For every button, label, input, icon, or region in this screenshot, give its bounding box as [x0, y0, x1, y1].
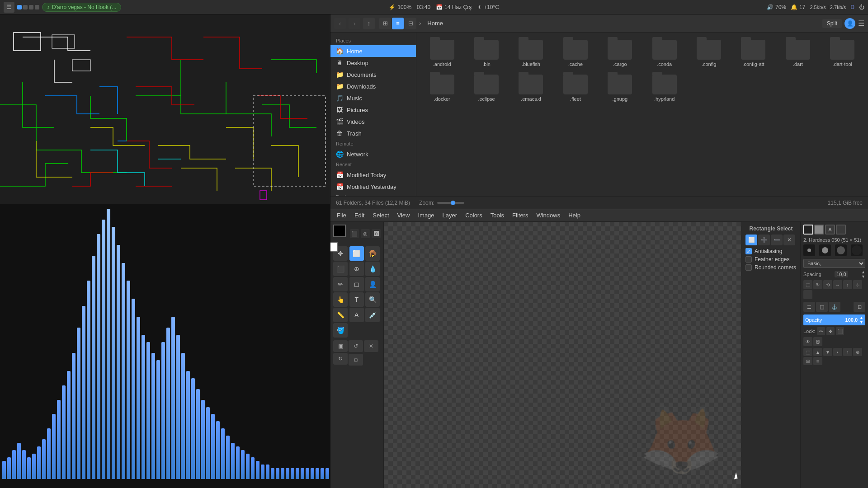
folder-config-att[interactable]: .config-att: [732, 37, 774, 70]
intersect-mode-button[interactable]: ✕: [783, 235, 795, 245]
brush-1[interactable]: [803, 244, 815, 256]
add-mode-button[interactable]: ➕: [758, 235, 770, 245]
bottom-4[interactable]: ‹: [833, 348, 842, 356]
zoom-tool[interactable]: 🔍: [365, 292, 380, 307]
color-picker[interactable]: 💉: [365, 308, 380, 322]
folder-gnupg[interactable]: .gnupg: [599, 72, 641, 104]
zoom-slider[interactable]: [437, 202, 464, 204]
menu-item-layer[interactable]: Layer: [439, 211, 461, 220]
lock-pixels-btn[interactable]: ✏: [817, 327, 825, 335]
background-tab[interactable]: [814, 225, 824, 235]
menu-item-windows[interactable]: Windows: [533, 211, 564, 220]
paths-panel-btn[interactable]: ⚓: [829, 302, 840, 312]
folder-docker[interactable]: .docker: [421, 72, 463, 104]
smudge-tool[interactable]: 👆: [333, 292, 348, 307]
layer-corner-btn[interactable]: ⊡: [854, 302, 865, 312]
feather-edges-checkbox[interactable]: [745, 256, 752, 263]
sidebar-item-documents[interactable]: 📁 Documents: [330, 69, 416, 80]
bottom-5[interactable]: ›: [843, 348, 852, 356]
notifications-display[interactable]: 🔔 17: [791, 4, 805, 10]
menu-item-edit[interactable]: Edit: [351, 211, 368, 220]
back-button[interactable]: ‹: [334, 18, 346, 29]
paths-button[interactable]: 🅰: [372, 229, 381, 238]
folder-bluefish[interactable]: .bluefish: [510, 37, 552, 70]
spacing-up[interactable]: ▲: [861, 270, 865, 274]
small-btn[interactable]: ⊡: [349, 354, 363, 366]
transform-6[interactable]: ⊹: [853, 280, 862, 289]
menu-item-filters[interactable]: Filters: [509, 211, 532, 220]
rectangle-select-tool[interactable]: ⬜: [349, 246, 364, 261]
menu-item-image[interactable]: Image: [414, 211, 438, 220]
sidebar-item-home[interactable]: 🏠 Home: [330, 45, 416, 57]
bottom-6[interactable]: ⊕: [853, 348, 862, 356]
transform-5[interactable]: ↕: [843, 280, 852, 289]
brush-3[interactable]: [835, 244, 847, 256]
folder-cache[interactable]: .cache: [554, 37, 596, 70]
sidebar-item-videos[interactable]: 🎬 Videos: [330, 116, 416, 127]
sidebar-item-downloads[interactable]: 📁 Downloads: [330, 80, 416, 92]
menu-item-file[interactable]: File: [333, 211, 350, 220]
sidebar-item-modified-today[interactable]: 📅 Modified Today: [330, 169, 416, 181]
extra-tab[interactable]: [836, 225, 846, 235]
transform-4[interactable]: ↔: [833, 280, 842, 289]
workspace-4[interactable]: [35, 5, 39, 9]
text-tool[interactable]: T: [349, 292, 364, 307]
menu-item-tools[interactable]: Tools: [487, 211, 508, 220]
bottom-2[interactable]: ▲: [813, 348, 822, 356]
clone-tool[interactable]: 👤: [365, 277, 380, 291]
compact-view-button[interactable]: ⊟: [405, 18, 416, 29]
list-view-button[interactable]: ≡: [392, 18, 404, 29]
sidebar-item-network[interactable]: 🌐 Network: [330, 148, 416, 160]
workspace-2[interactable]: [23, 5, 28, 9]
opacity-up[interactable]: ▲: [859, 315, 863, 320]
up-button[interactable]: ↑: [363, 18, 375, 29]
crop-tool[interactable]: ⬛: [333, 262, 348, 276]
folder-dart[interactable]: .dart: [777, 37, 819, 70]
transform-1[interactable]: ⬚: [803, 280, 812, 289]
text-tab[interactable]: A: [825, 225, 835, 235]
sidebar-item-desktop[interactable]: 🖥 Desktop: [330, 57, 416, 69]
folder-config[interactable]: .config: [688, 37, 730, 70]
grid-view-button[interactable]: ⊞: [379, 18, 391, 29]
extra-corner[interactable]: [803, 290, 812, 299]
background-color[interactable]: [330, 242, 338, 252]
transform-3[interactable]: ⟲: [823, 280, 832, 289]
brush-preset-select[interactable]: Basic,: [803, 259, 865, 268]
sidebar-item-trash[interactable]: 🗑 Trash: [330, 127, 416, 139]
extra-tool-3[interactable]: ✕: [364, 340, 378, 352]
measure-tool[interactable]: 📏: [333, 308, 348, 322]
spacing-down[interactable]: ▼: [861, 274, 865, 279]
folder-emacsd[interactable]: .emacs.d: [510, 72, 552, 104]
bottom-3[interactable]: ▼: [823, 348, 832, 356]
bucket-fill[interactable]: 🪣: [333, 323, 348, 338]
split-button[interactable]: Split: [822, 19, 842, 28]
bottom-8[interactable]: ≡: [813, 357, 822, 365]
extra-tool-4[interactable]: ↻: [333, 353, 348, 365]
opacity-down[interactable]: ▼: [859, 320, 863, 324]
lock-pos-btn[interactable]: ✥: [826, 327, 835, 335]
workspace-3[interactable]: [29, 5, 33, 9]
extra-tool-1[interactable]: ▣: [333, 340, 348, 352]
menu-item-colors[interactable]: Colors: [462, 211, 486, 220]
pencil-tool[interactable]: ✏: [333, 277, 348, 291]
folder-bin[interactable]: .bin: [465, 37, 507, 70]
bottom-7[interactable]: ⊟: [803, 357, 812, 365]
menu-button[interactable]: ☰: [4, 2, 14, 13]
folder-dart-tool[interactable]: .dart-tool: [821, 37, 863, 70]
menu-item-select[interactable]: Select: [369, 211, 392, 220]
lock-alpha-btn[interactable]: ⬛: [836, 327, 844, 335]
replace-mode-button[interactable]: ⬜: [745, 235, 757, 245]
rounded-corners-checkbox[interactable]: [745, 264, 752, 271]
menu-item-view[interactable]: View: [394, 211, 414, 220]
music-player[interactable]: ♪ D'arro vegas - No Hook (...: [42, 3, 121, 12]
heal-tool[interactable]: 💧: [365, 262, 380, 276]
folder-android[interactable]: .android: [421, 37, 463, 70]
power-icon[interactable]: ⏻: [859, 4, 864, 10]
channels-button[interactable]: ◎: [361, 229, 370, 238]
transform-2[interactable]: ↻: [813, 280, 822, 289]
sidebar-item-pictures[interactable]: 🖼 Pictures: [330, 104, 416, 116]
foreground-tab[interactable]: [803, 225, 813, 235]
foreground-color[interactable]: [333, 225, 346, 237]
menu-item-help[interactable]: Help: [565, 211, 584, 220]
sidebar-item-music[interactable]: 🎵 Music: [330, 92, 416, 104]
